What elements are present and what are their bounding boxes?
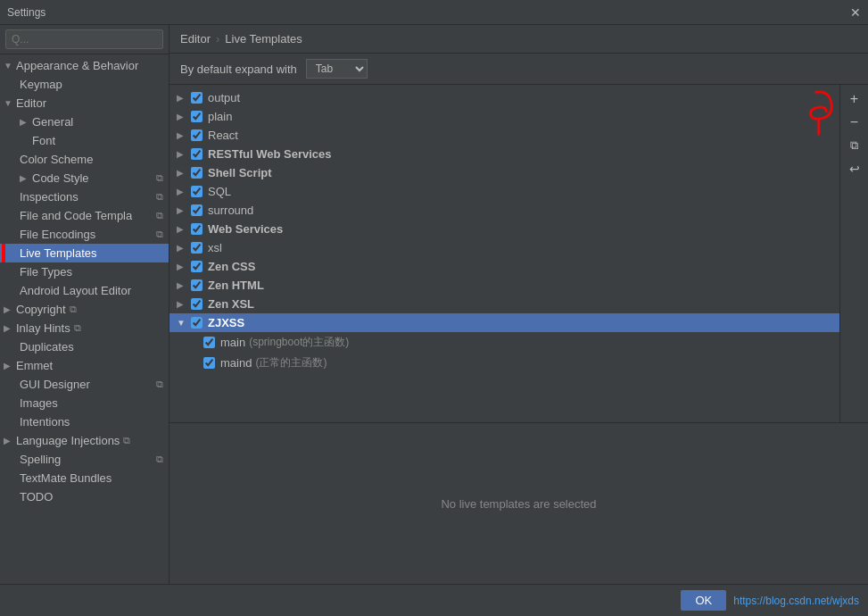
sidebar-item-textmate-bundles[interactable]: TextMate Bundles xyxy=(0,469,169,487)
sidebar-item-color-scheme[interactable]: Color Scheme xyxy=(0,150,169,169)
sidebar-item-keymap[interactable]: Keymap xyxy=(0,75,169,94)
window-title: Settings xyxy=(7,6,45,19)
template-group-zjxss[interactable]: ▼ ZJXSS xyxy=(169,313,839,332)
template-group-restful[interactable]: ▶ RESTful Web Services xyxy=(169,145,839,163)
sidebar-item-live-templates[interactable]: Live Templates xyxy=(0,244,169,262)
sidebar-item-label: Color Scheme xyxy=(20,153,163,166)
sidebar-item-label: Intentions xyxy=(20,415,163,429)
template-group-shell[interactable]: ▶ Shell Script xyxy=(169,163,839,182)
group-checkbox-plain[interactable] xyxy=(191,111,203,122)
sidebar-item-gui-designer[interactable]: GUI Designer ⧉ xyxy=(0,375,169,394)
sidebar-item-editor[interactable]: ▼ Editor xyxy=(0,94,169,112)
lower-panel: No live templates are selected xyxy=(169,423,868,584)
item-checkbox-maind[interactable] xyxy=(203,357,215,369)
copy-icon: ⧉ xyxy=(156,210,163,221)
group-name: React xyxy=(208,129,238,142)
expand-arrow: ▶ xyxy=(20,117,32,127)
group-checkbox-zjxss[interactable] xyxy=(191,317,203,329)
group-checkbox-zenhtml[interactable] xyxy=(191,279,203,291)
expand-arrow: ▼ xyxy=(177,318,191,328)
group-name: Shell Script xyxy=(208,166,272,179)
template-group-plain[interactable]: ▶ plain xyxy=(169,107,839,126)
breadcrumb-separator: › xyxy=(216,32,219,46)
copy-button[interactable]: ⧉ xyxy=(843,135,866,156)
expand-arrow: ▶ xyxy=(4,304,16,314)
template-group-zenxsl[interactable]: ▶ Zen XSL xyxy=(169,295,839,313)
template-group-output[interactable]: ▶ output xyxy=(169,88,839,107)
sidebar-item-label: Duplicates xyxy=(20,340,163,354)
remove-button[interactable]: − xyxy=(843,112,866,133)
group-checkbox-react[interactable] xyxy=(191,129,203,141)
restore-button[interactable]: ↩ xyxy=(843,158,866,179)
sidebar-item-language-injections[interactable]: ▶ Language Injections ⧉ xyxy=(0,431,169,450)
sidebar-item-label: Copyright xyxy=(16,303,66,316)
group-checkbox-zenxsl[interactable] xyxy=(191,298,203,310)
template-group-zenhtml[interactable]: ▶ Zen HTML xyxy=(169,276,839,295)
sidebar-item-images[interactable]: Images xyxy=(0,394,169,412)
sidebar-item-label: Keymap xyxy=(20,78,163,91)
expand-arrow: ▶ xyxy=(177,299,191,309)
sidebar-item-label: Live Templates xyxy=(20,246,163,260)
group-checkbox-xsl[interactable] xyxy=(191,242,203,254)
sidebar-item-file-code-templates[interactable]: File and Code Templa ⧉ xyxy=(0,206,169,225)
template-group-webservices[interactable]: ▶ Web Services xyxy=(169,220,839,238)
group-checkbox-zencss[interactable] xyxy=(191,261,203,272)
expand-with-select[interactable]: Tab Enter Space xyxy=(306,59,368,79)
sidebar-item-file-encodings[interactable]: File Encodings ⧉ xyxy=(0,225,169,244)
group-checkbox-webservices[interactable] xyxy=(191,223,203,235)
template-group-sql[interactable]: ▶ SQL xyxy=(169,182,839,201)
expand-arrow: ▶ xyxy=(4,323,16,333)
expand-arrow: ▶ xyxy=(177,130,191,140)
sidebar-item-todo[interactable]: TODO xyxy=(0,487,169,506)
group-checkbox-surround[interactable] xyxy=(191,204,203,216)
copy-icon: ⧉ xyxy=(156,191,163,203)
group-name: Zen CSS xyxy=(208,260,255,273)
template-item-main[interactable]: main (springboot的主函数) xyxy=(169,332,839,353)
close-button[interactable]: ✕ xyxy=(850,5,861,20)
template-group-xsl[interactable]: ▶ xsl xyxy=(169,238,839,257)
item-desc: (正常的主函数) xyxy=(255,355,327,370)
sidebar-item-appearance-behavior[interactable]: ▼ Appearance & Behavior xyxy=(0,56,169,75)
template-item-maind[interactable]: maind (正常的主函数) xyxy=(169,353,839,373)
template-group-surround[interactable]: ▶ surround xyxy=(169,201,839,220)
sidebar-item-copyright[interactable]: ▶ Copyright ⧉ xyxy=(0,300,169,319)
group-name: plain xyxy=(208,110,232,123)
sidebar-item-spelling[interactable]: Spelling ⧉ xyxy=(0,450,169,469)
group-checkbox-shell[interactable] xyxy=(191,167,203,179)
group-checkbox-sql[interactable] xyxy=(191,186,203,197)
copy-icon: ⧉ xyxy=(156,379,163,390)
sidebar-item-label: Inlay Hints xyxy=(16,321,70,335)
sidebar-item-inlay-hints[interactable]: ▶ Inlay Hints ⧉ xyxy=(0,319,169,337)
main-content: ▼ Appearance & Behavior Keymap ▼ Editor … xyxy=(0,25,868,584)
add-button[interactable]: + xyxy=(843,88,866,110)
watermark-link[interactable]: https://blog.csdn.net/wjxds xyxy=(733,595,859,607)
sidebar-item-label: Editor xyxy=(16,96,46,110)
sidebar-item-emmet[interactable]: ▶ Emmet xyxy=(0,356,169,375)
expand-arrow: ▼ xyxy=(4,61,16,71)
title-bar: Settings ✕ xyxy=(0,0,868,25)
template-group-react[interactable]: ▶ React xyxy=(169,126,839,145)
search-input[interactable] xyxy=(5,29,163,49)
sidebar-item-general[interactable]: ▶ General xyxy=(0,112,169,131)
sidebar-item-intentions[interactable]: Intentions xyxy=(0,412,169,431)
sidebar-item-code-style[interactable]: ▶ Code Style ⧉ xyxy=(0,169,169,187)
sidebar-item-duplicates[interactable]: Duplicates xyxy=(0,337,169,356)
sidebar-item-font[interactable]: Font xyxy=(0,131,169,150)
expand-arrow: ▶ xyxy=(177,280,191,290)
sidebar-item-label: Font xyxy=(32,134,163,147)
sidebar-item-file-types[interactable]: File Types xyxy=(0,262,169,281)
templates-list: ▶ output ▶ plain ▶ xyxy=(169,85,839,422)
expand-arrow: ▶ xyxy=(4,361,16,370)
sidebar-item-inspections[interactable]: Inspections ⧉ xyxy=(0,187,169,206)
sidebar: ▼ Appearance & Behavior Keymap ▼ Editor … xyxy=(0,25,169,584)
sidebar-item-android-layout-editor[interactable]: Android Layout Editor xyxy=(0,281,169,300)
template-group-zencss[interactable]: ▶ Zen CSS xyxy=(169,257,839,276)
copy-icon: ⧉ xyxy=(70,304,77,315)
group-name: surround xyxy=(208,204,253,217)
ok-button[interactable]: OK xyxy=(681,590,726,611)
upper-panel: ▶ output ▶ plain ▶ xyxy=(169,85,868,423)
item-checkbox-main[interactable] xyxy=(203,337,215,348)
group-checkbox-restful[interactable] xyxy=(191,148,203,160)
expand-arrow: ▶ xyxy=(177,168,191,178)
group-checkbox-output[interactable] xyxy=(191,92,203,104)
